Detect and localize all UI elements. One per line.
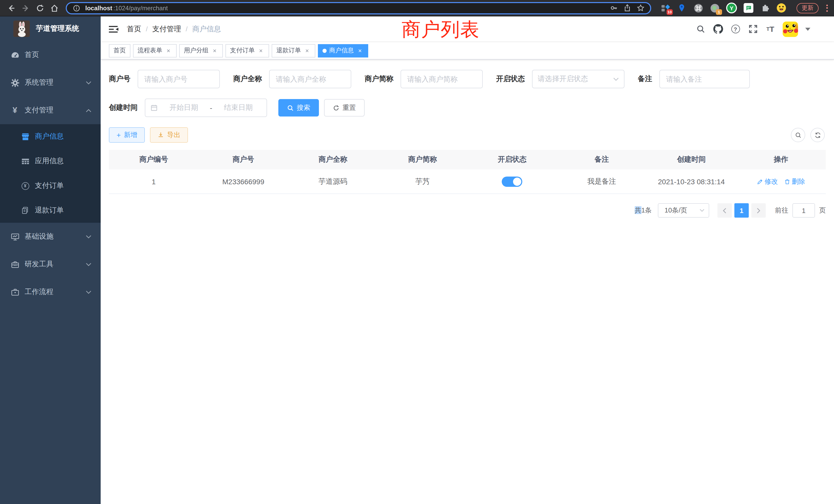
avatar[interactable]	[783, 21, 798, 37]
font-size-icon[interactable]: TT	[765, 24, 775, 34]
edit-link[interactable]: 修改	[757, 177, 778, 186]
site-info-icon[interactable]	[72, 3, 81, 13]
toolbox-icon	[10, 260, 20, 269]
search-button[interactable]: 搜索	[278, 99, 319, 116]
search-icon[interactable]	[695, 24, 706, 34]
chat-extension-icon[interactable]	[744, 3, 753, 13]
breadcrumb: 首页 / 支付管理 / 商户信息	[127, 24, 221, 33]
reset-button[interactable]: 重置	[324, 99, 365, 116]
full-name-input[interactable]	[269, 70, 351, 88]
prev-page-button[interactable]	[718, 203, 732, 217]
command-extension-icon[interactable]	[693, 3, 703, 13]
status-select[interactable]: 请选择开启状态	[532, 70, 624, 88]
extensions-row: 10 1 Y	[660, 3, 786, 13]
close-icon[interactable]: ×	[165, 47, 172, 54]
add-button[interactable]: + 新增	[109, 127, 145, 143]
page-size-select[interactable]: 10条/页	[658, 203, 709, 217]
sidebar-item-app-info[interactable]: 应用信息	[0, 149, 101, 174]
sidebar-item-merchant-info[interactable]: 商户信息	[0, 124, 101, 149]
address-bar[interactable]: localhost :1024/pay/merchant	[66, 2, 651, 14]
refresh-icon[interactable]	[34, 2, 46, 14]
delete-link[interactable]: 删除	[784, 177, 805, 186]
forward-icon[interactable]	[20, 2, 32, 14]
table-header: 商户编号 商户号 商户全称 商户简称 开启状态 备注 创建时间 操作	[109, 150, 826, 169]
sidebar-item-label: 商户信息	[35, 132, 64, 141]
sidebar-item-label: 应用信息	[35, 157, 64, 166]
status-toggle[interactable]	[502, 176, 523, 187]
fullscreen-icon[interactable]	[748, 24, 758, 34]
home-icon[interactable]	[48, 2, 61, 14]
sidebar-item-infra[interactable]: 基础设施	[0, 223, 101, 250]
remark-input[interactable]	[659, 70, 750, 88]
calendar-icon	[151, 104, 158, 111]
sidebar-item-label: 工作流程	[25, 288, 53, 297]
search-icon	[287, 105, 294, 111]
tab-process-form[interactable]: 流程表单×	[133, 44, 177, 57]
export-button[interactable]: 导出	[150, 127, 188, 143]
breadcrumb-home[interactable]: 首页	[127, 24, 141, 33]
share-icon[interactable]	[622, 3, 632, 13]
sidebar-item-label: 研发工具	[25, 260, 53, 269]
next-page-button[interactable]	[751, 203, 766, 217]
sidebar-item-label: 支付管理	[25, 106, 53, 115]
short-name-input[interactable]	[400, 70, 483, 88]
date-end-placeholder: 结束日期	[215, 103, 261, 112]
app-window: 芋道管理系统 首页 系统管理 ¥ 支付管理	[0, 17, 834, 504]
tab-user-group[interactable]: 用户分组×	[179, 44, 223, 57]
sidebar-item-workflow[interactable]: 工作流程	[0, 278, 101, 306]
sidebar-item-refund-order[interactable]: 退款订单	[0, 198, 101, 223]
extensions-puzzle-icon[interactable]	[760, 3, 770, 13]
emoji-extension-icon[interactable]	[776, 3, 786, 13]
pinned-tabs-extension-icon[interactable]: 10	[660, 3, 670, 13]
filter-row-1: 商户号 商户全称 商户简称 开启状态 请选择开启状态	[109, 70, 826, 88]
tab-merchant-info[interactable]: 商户信息×	[318, 44, 368, 57]
sidebar-item-home[interactable]: 首页	[0, 41, 101, 69]
logo-rabbit-image	[13, 21, 30, 37]
sidebar-item-label: 首页	[25, 50, 39, 60]
full-name-label: 商户全称	[233, 74, 262, 84]
browser-update-button[interactable]: 更新	[796, 3, 818, 13]
navbar-actions: ? TT	[695, 21, 826, 37]
close-icon[interactable]: ×	[304, 47, 311, 54]
tab-pay-order[interactable]: 支付订单×	[225, 44, 269, 57]
back-icon[interactable]	[5, 2, 18, 14]
hamburger-icon[interactable]	[109, 25, 118, 33]
sidebar-item-pay-order[interactable]: ¥ 支付订单	[0, 174, 101, 198]
tab-home[interactable]: 首页	[109, 44, 130, 57]
github-icon[interactable]	[713, 24, 723, 34]
sidebar-item-dev-tools[interactable]: 研发工具	[0, 250, 101, 278]
bookmark-star-icon[interactable]	[636, 3, 645, 13]
merchant-no-input[interactable]	[138, 70, 220, 88]
session-extension-icon[interactable]: 1	[710, 3, 720, 13]
refresh-table-icon[interactable]	[810, 128, 825, 142]
page-1-button[interactable]: 1	[734, 203, 749, 217]
toggle-search-icon[interactable]	[791, 128, 805, 142]
logo-row[interactable]: 芋道管理系统	[0, 17, 101, 41]
extension-badge: 10	[666, 9, 673, 15]
chevron-down-icon	[86, 262, 91, 266]
map-pin-extension-icon[interactable]	[677, 3, 687, 13]
browser-menu-icon[interactable]	[825, 4, 829, 12]
briefcase-icon	[10, 288, 20, 297]
grid-icon	[21, 157, 30, 166]
date-start-placeholder: 开始日期	[161, 103, 207, 112]
close-icon[interactable]: ×	[257, 47, 264, 54]
gear-icon	[10, 78, 20, 87]
chevron-down-icon	[613, 77, 619, 81]
date-range-input[interactable]: 开始日期 - 结束日期	[145, 98, 267, 117]
goto-page-input[interactable]	[792, 203, 815, 217]
close-icon[interactable]: ×	[356, 47, 364, 54]
sidebar-item-system[interactable]: 系统管理	[0, 69, 101, 96]
url-path: :1024/pay/merchant	[113, 4, 168, 12]
password-key-icon[interactable]	[609, 3, 618, 13]
help-icon[interactable]: ?	[730, 24, 741, 34]
merchant-no-label: 商户号	[109, 74, 130, 84]
caret-down-icon[interactable]	[805, 27, 810, 30]
breadcrumb-pay[interactable]: 支付管理	[152, 24, 181, 33]
y-extension-icon[interactable]: Y	[726, 3, 737, 13]
sidebar: 芋道管理系统 首页 系统管理 ¥ 支付管理	[0, 17, 101, 504]
tab-refund-order[interactable]: 退款订单×	[272, 44, 315, 57]
close-icon[interactable]: ×	[211, 47, 218, 54]
sidebar-item-pay[interactable]: ¥ 支付管理	[0, 96, 101, 124]
sidebar-item-label: 退款订单	[35, 206, 64, 215]
